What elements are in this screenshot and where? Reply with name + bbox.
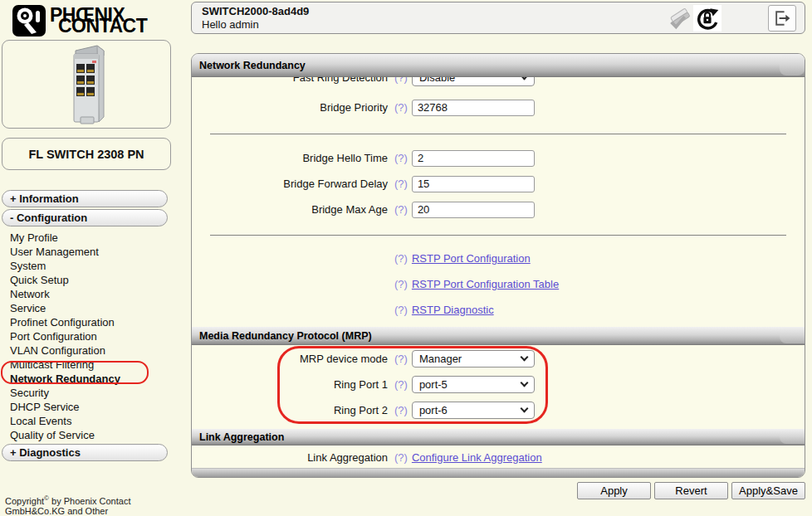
bridge-hello-time-input[interactable] — [412, 150, 535, 167]
divider — [210, 134, 786, 134]
rstp-port-configuration-link[interactable]: RSTP Port Configuration — [412, 252, 531, 265]
nav-item-local-events[interactable]: Local Events — [10, 414, 171, 428]
rstp-port-configuration-table-row: (?) RSTP Port Configuration Table — [192, 275, 559, 293]
nav-item-service[interactable]: Service — [10, 301, 171, 315]
apply-save-button[interactable]: Apply&Save — [731, 482, 805, 499]
ring-port-2-row: Ring Port 2 (?) port-6 — [192, 402, 535, 419]
nav-item-my-profile[interactable]: My Profile — [10, 231, 171, 245]
ring-port-1-label: Ring Port 1 — [192, 378, 388, 391]
configure-link-aggregation-link[interactable]: Configure Link Aggregation — [412, 451, 542, 464]
help-icon[interactable]: (?) — [394, 178, 408, 190]
nav-group-information[interactable]: + Information — [2, 190, 168, 207]
phoenix-contact-logo-icon — [12, 4, 46, 37]
device-photo-box — [2, 40, 171, 129]
help-icon[interactable]: (?) — [394, 451, 408, 464]
chevron-down-icon — [520, 353, 528, 362]
phoenix-contact-logo: PHŒNIX CONTACT — [12, 2, 169, 39]
bridge-priority-label: Bridge Priority — [192, 101, 388, 114]
help-icon[interactable]: (?) — [394, 252, 408, 265]
discard-changes-eraser-icon — [665, 5, 693, 32]
nav-item-vlan-configuration[interactable]: VLAN Configuration — [10, 343, 171, 358]
switch-device-image — [61, 44, 112, 125]
help-icon[interactable]: (?) — [394, 152, 408, 164]
brand-line1: PHŒNIX — [50, 7, 147, 24]
ring-port-1-row: Ring Port 1 (?) port-5 — [192, 376, 535, 393]
ring-port-2-select[interactable]: port-6 — [412, 402, 535, 419]
nav-item-user-management[interactable]: User Management — [10, 245, 171, 259]
revert-button[interactable]: Revert — [654, 482, 728, 499]
rstp-port-configuration-row: (?) RSTP Port Configuration — [192, 250, 531, 267]
nav-group-configuration[interactable]: - Configuration — [2, 209, 168, 226]
bridge-priority-input[interactable] — [412, 100, 535, 116]
help-icon[interactable]: (?) — [394, 404, 408, 416]
panel-scroll-content: Fast Ring Detection (?) Disable Bridge P… — [192, 77, 805, 468]
link-aggregation-row: Link Aggregation (?) Configure Link Aggr… — [192, 449, 542, 466]
link-aggregation-label: Link Aggregation — [192, 451, 388, 464]
chevron-down-icon — [520, 379, 528, 387]
device-name-box: FL SWITCH 2308 PN — [2, 138, 171, 170]
bridge-max-age-input[interactable] — [412, 202, 535, 218]
bridge-max-age-label: Bridge Max Age — [192, 203, 388, 216]
rstp-port-configuration-table-link[interactable]: RSTP Port Configuration Table — [412, 278, 559, 290]
nav-item-quick-setup[interactable]: Quick Setup — [10, 273, 171, 287]
mrp-device-mode-row: MRP device mode (?) Manager — [192, 350, 535, 368]
nav-item-port-configuration[interactable]: Port Configuration — [10, 329, 171, 343]
rstp-diagnostic-row: (?) RSTP Diagnostic — [192, 301, 494, 319]
mrp-device-mode-label: MRP device mode — [192, 353, 388, 365]
bridge-forward-delay-input[interactable] — [412, 176, 535, 192]
bridge-hello-time-row: Bridge Hello Time (?) — [192, 149, 535, 167]
section-header-link-aggregation: Link Aggregation — [192, 429, 805, 445]
nav-item-network[interactable]: Network — [10, 287, 171, 301]
help-icon[interactable]: (?) — [394, 304, 408, 316]
network-redundancy-panel: Network Redundancy Fast Ring Detection (… — [191, 53, 805, 478]
divider — [210, 235, 786, 236]
ring-port-2-label: Ring Port 2 — [192, 404, 388, 416]
section-header-mrp: Media Redundancy Protocol (MRP) — [192, 327, 805, 345]
nav-item-network-redundancy[interactable]: Network Redundancy — [10, 372, 171, 386]
help-icon[interactable]: (?) — [394, 101, 408, 114]
nav-item-security[interactable]: Security — [10, 386, 171, 400]
help-icon[interactable]: (?) — [394, 353, 408, 365]
nav-item-quality-of-service[interactable]: Quality of Service — [10, 428, 171, 442]
help-icon[interactable]: (?) — [394, 203, 408, 216]
fast-ring-detection-select[interactable]: Disable — [412, 77, 535, 86]
fast-ring-detection-row: Fast Ring Detection (?) Disable — [192, 77, 535, 86]
bridge-priority-row: Bridge Priority (?) — [192, 99, 535, 116]
chevron-down-icon — [520, 405, 528, 413]
ring-port-1-select[interactable]: port-5 — [412, 376, 535, 393]
help-icon[interactable]: (?) — [394, 278, 408, 290]
fast-ring-detection-label: Fast Ring Detection — [192, 77, 388, 84]
nav-item-dhcp-service[interactable]: DHCP Service — [10, 400, 171, 414]
sidebar-nav: + Information - Configuration My Profile… — [2, 190, 171, 463]
nav-item-system[interactable]: System — [10, 259, 171, 273]
bridge-forward-delay-label: Bridge Forward Delay — [192, 178, 388, 190]
greeting: Hello admin — [202, 18, 309, 32]
device-id: SWITCH2000-8ad4d9 — [202, 5, 309, 18]
device-name: FL SWITCH 2308 PN — [28, 148, 144, 161]
help-icon[interactable]: (?) — [394, 77, 408, 84]
chevron-down-icon — [520, 77, 528, 80]
nav-item-profinet-configuration[interactable]: Profinet Configuration — [10, 315, 171, 329]
section-header-network-redundancy: Network Redundancy — [192, 54, 805, 77]
rstp-diagnostic-link[interactable]: RSTP Diagnostic — [412, 304, 494, 316]
top-title-bar: SWITCH2000-8ad4d9 Hello admin — [191, 2, 805, 34]
panel-bottom-edge — [192, 468, 805, 477]
action-button-row: Apply Revert Apply&Save — [191, 482, 805, 499]
logout-icon[interactable] — [768, 5, 796, 32]
help-icon[interactable]: (?) — [394, 378, 408, 391]
copyright-notice: Copyright© by Phoenix Contact GmbH&Co.KG… — [5, 494, 130, 516]
bridge-forward-delay-row: Bridge Forward Delay (?) — [192, 175, 535, 192]
apply-button[interactable]: Apply — [577, 482, 651, 499]
nav-group-diagnostics[interactable]: + Diagnostics — [2, 444, 168, 461]
bridge-hello-time-label: Bridge Hello Time — [192, 152, 388, 164]
bridge-max-age-row: Bridge Max Age (?) — [192, 201, 535, 218]
nav-item-multicast-filtering[interactable]: Multicast Filtering — [10, 358, 171, 372]
mrp-device-mode-select[interactable]: Manager — [412, 350, 535, 368]
session-security-lock-icon[interactable] — [693, 5, 722, 32]
